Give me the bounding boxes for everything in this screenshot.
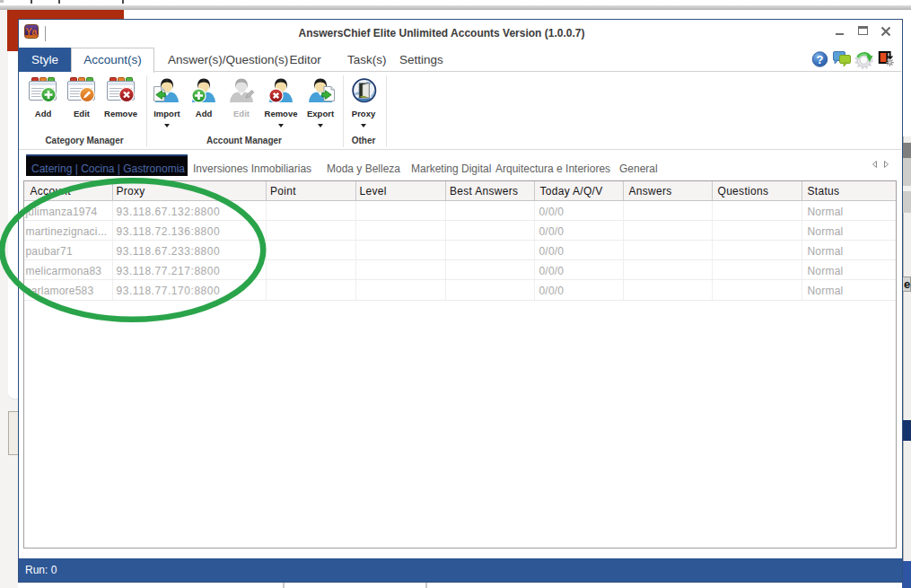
- svg-text:?: ?: [817, 53, 824, 66]
